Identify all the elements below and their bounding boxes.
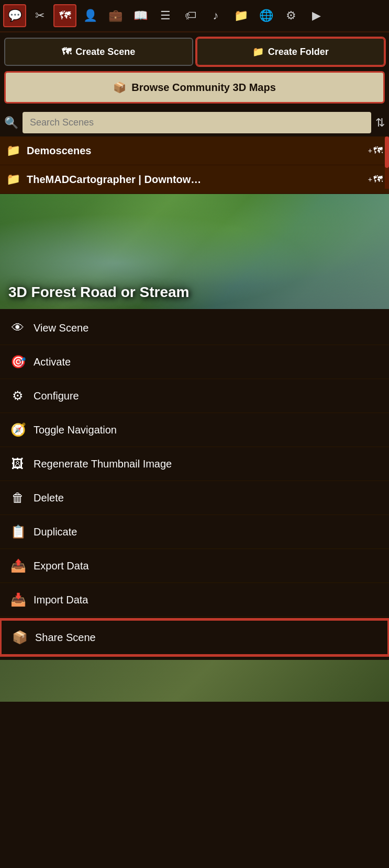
menu-toggle-navigation[interactable]: 🧭 Toggle Navigation [0,413,389,447]
create-folder-label: Create Folder [268,47,329,58]
menu-activate[interactable]: 🎯 Activate [0,345,389,379]
toggle-nav-label: Toggle Navigation [34,424,117,436]
menu-export-data[interactable]: 📤 Export Data [0,549,389,583]
nav-music-icon[interactable]: ♪ [204,4,227,27]
delete-icon: 🗑 [10,490,25,505]
scrollbar-thumb[interactable] [385,136,389,168]
folder-demoscenes-label: Demoscenes [27,145,368,157]
duplicate-label: Duplicate [34,526,77,538]
map-small-icon: 🗺 [373,145,383,156]
create-scene-label: Create Scene [75,47,135,58]
menu-configure[interactable]: ⚙ Configure [0,379,389,413]
search-input[interactable] [23,112,371,133]
create-scene-button[interactable]: 🗺 Create Scene [4,38,193,66]
menu-view-scene[interactable]: 👁 View Scene [0,311,389,345]
nav-book-icon[interactable]: 📖 [129,4,152,27]
nav-briefcase-icon[interactable]: 💼 [104,4,127,27]
scene-thumbnail[interactable]: 3D Forest Road or Stream [0,194,389,309]
browse-community-label: Browse Community 3D Maps [131,82,276,94]
nav-more-icon[interactable]: ▶ [305,4,328,27]
folder-demoscenes-add-scene[interactable]: + 🗺 [368,145,383,156]
import-icon: 📥 [10,592,25,607]
menu-import-data[interactable]: 📥 Import Data [0,583,389,617]
scrollbar[interactable] [385,136,389,189]
sort-icon[interactable]: ⇅ [375,116,385,130]
share-icon: 📦 [12,630,27,645]
nav-list-icon[interactable]: ☰ [154,4,177,27]
export-label: Export Data [34,560,89,572]
folder-madcartographer-add-scene[interactable]: + 🗺 [368,174,383,185]
menu-duplicate[interactable]: 📋 Duplicate [0,515,389,549]
view-scene-icon: 👁 [10,321,25,335]
share-label: Share Scene [35,632,96,644]
bottom-scene-peek [0,660,389,702]
cube-icon: 📦 [113,81,126,94]
nav-tag-icon[interactable]: 🏷 [179,4,202,27]
activate-label: Activate [34,356,71,368]
nav-settings-icon[interactable]: ⚙ [280,4,303,27]
plus-icon: + [368,146,372,155]
navigation-icon: 🧭 [10,422,25,437]
activate-icon: 🎯 [10,355,25,369]
create-folder-button[interactable]: 📁 Create Folder [196,38,385,66]
folder-madcartographer-icon: 📁 [6,173,20,186]
top-navigation: 💬 ✂ 🗺 👤 💼 📖 ☰ 🏷 ♪ 📁 🌐 ⚙ ▶ [0,0,389,32]
map-icon: 🗺 [62,47,71,58]
nav-globe-icon[interactable]: 🌐 [254,4,277,27]
folder-madcartographer[interactable]: 📁 TheMADCartographer | Downtow… + 🗺 [0,165,389,194]
nav-swords-icon[interactable]: ✂ [28,4,51,27]
nav-map-icon[interactable]: 🗺 [53,4,76,27]
import-label: Import Data [34,594,88,606]
export-icon: 📤 [10,558,25,573]
folder-icon: 📁 [252,46,264,58]
folder-demoscenes-icon: 📁 [6,144,20,157]
view-scene-label: View Scene [34,322,88,334]
plus-icon: + [368,175,372,184]
scene-context-menu: 👁 View Scene 🎯 Activate ⚙ Configure 🧭 To… [0,309,389,660]
map-small-icon: 🗺 [373,174,383,185]
configure-label: Configure [34,390,79,402]
menu-delete[interactable]: 🗑 Delete [0,481,389,515]
scene-title: 3D Forest Road or Stream [8,284,189,301]
nav-person-icon[interactable]: 👤 [79,4,102,27]
menu-share-scene[interactable]: 📦 Share Scene [0,619,389,656]
folder-list: 📁 Demoscenes + 🗺 📁 TheMADCartographer | … [0,136,389,194]
search-row: 🔍 ⇅ [0,109,389,136]
configure-icon: ⚙ [10,389,25,403]
nav-chat-icon[interactable]: 💬 [3,4,26,27]
nav-folder-icon[interactable]: 📁 [229,4,252,27]
browse-community-button[interactable]: 📦 Browse Community 3D Maps [4,71,385,104]
folder-demoscenes[interactable]: 📁 Demoscenes + 🗺 [0,136,389,165]
menu-regenerate-thumbnail[interactable]: 🖼 Regenerate Thumbnail Image [0,447,389,481]
action-button-row: 🗺 Create Scene 📁 Create Folder [0,32,389,71]
search-icon: 🔍 [4,116,18,130]
regenerate-icon: 🖼 [10,456,25,471]
regenerate-label: Regenerate Thumbnail Image [34,458,172,470]
duplicate-icon: 📋 [10,524,25,539]
folder-madcartographer-label: TheMADCartographer | Downtow… [27,174,368,186]
delete-label: Delete [34,492,64,504]
